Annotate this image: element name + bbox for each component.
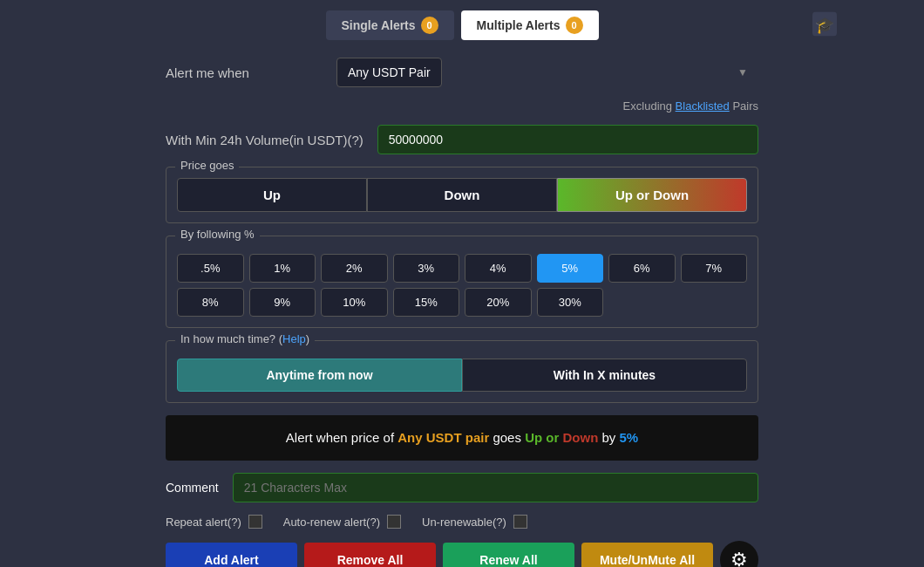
repeat-alert-label: Repeat alert(?) [166,516,241,529]
pct-btn-2[interactable]: 2% [321,254,388,283]
pairs-text: Pairs [732,99,758,113]
help-icon[interactable]: 🎓 [812,12,837,39]
pct-btn-3[interactable]: 3% [393,254,460,283]
volume-row: With Min 24h Volume(in USDT)(?) [166,125,758,154]
pct-btn-4[interactable]: 4% [465,254,532,283]
single-alerts-label: Single Alerts [342,18,416,32]
mute-button[interactable]: Mute/UnMute All [581,543,713,567]
time-group: In how much time? (Help) Anytime from no… [166,340,758,403]
svg-text:🎓: 🎓 [815,16,835,35]
header: Single Alerts 0 Multiple Alerts 0 🎓 [0,10,924,40]
checkboxes-row: Repeat alert(?) Auto-renew alert(?) Un-r… [166,515,758,529]
summary-pct: 5% [619,430,638,445]
tab-multiple-alerts[interactable]: Multiple Alerts 0 [461,10,599,40]
pct-btn-30[interactable]: 30% [537,288,604,317]
time-legend: In how much time? (Help) [175,332,315,345]
volume-input[interactable] [377,125,758,154]
alert-summary: Alert when price of Any USDT pair goes U… [166,415,758,461]
summary-up: Up or [525,430,559,445]
price-goes-group: Price goes Up Down Up or Down [166,167,758,223]
single-alerts-badge: 0 [421,17,438,34]
repeat-alert-item: Repeat alert(?) [166,515,262,529]
price-updown-button[interactable]: Up or Down [557,178,747,212]
unrenewable-label: Un-renewable(?) [422,516,506,529]
help-link[interactable]: Help [282,332,306,345]
action-row: Add Alert Remove All Renew All Mute/UnMu… [166,541,758,567]
repeat-alert-checkbox[interactable] [248,515,262,529]
pct-btn-10[interactable]: 10% [321,288,388,317]
autorenew-alert-item: Auto-renew alert(?) [283,515,401,529]
summary-prefix: Alert when price of [286,430,394,445]
multiple-alerts-label: Multiple Alerts [477,18,561,32]
pct-btn-5[interactable]: 5% [537,254,604,283]
gear-button[interactable]: ⚙ [720,541,758,567]
unrenewable-item: Un-renewable(?) [422,515,527,529]
percentage-group: By following % .5%1%2%3%4%5%6%7%8%9%10%1… [166,236,758,328]
pct-btn-9[interactable]: 9% [249,288,316,317]
pct-btn-20[interactable]: 20% [465,288,532,317]
price-down-button[interactable]: Down [367,178,557,212]
autorenew-alert-checkbox[interactable] [387,515,401,529]
alert-when-row: Alert me when Any USDT Pair Any BTC Pair… [166,58,758,87]
summary-down: Down [562,430,598,445]
volume-label: With Min 24h Volume(in USDT)(?) [166,133,363,147]
comment-input[interactable] [233,473,758,502]
price-up-button[interactable]: Up [177,178,367,212]
anytime-button[interactable]: Anytime from now [177,359,462,392]
pct-btn-1[interactable]: 1% [249,254,316,283]
pair-select[interactable]: Any USDT Pair Any BTC Pair Any ETH Pair [336,58,442,87]
autorenew-alert-label: Auto-renew alert(?) [283,516,380,529]
pct-btn-15[interactable]: 15% [393,288,460,317]
pair-select-wrapper: Any USDT Pair Any BTC Pair Any ETH Pair [336,58,758,87]
tab-single-alerts[interactable]: Single Alerts 0 [326,10,454,40]
excluding-row: Excluding Blacklisted Pairs [336,99,758,113]
comment-label: Comment [166,481,219,495]
percentage-grid: .5%1%2%3%4%5%6%7%8%9%10%15%20%30% [177,254,747,317]
gear-icon: ⚙ [730,549,748,567]
blacklisted-link[interactable]: Blacklisted [676,99,730,113]
within-button[interactable]: With In X minutes [462,359,747,392]
alert-when-label: Alert me when [166,65,323,80]
main-content: Alert me when Any USDT Pair Any BTC Pair… [166,58,758,567]
price-goes-legend: Price goes [175,159,239,172]
remove-all-button[interactable]: Remove All [304,543,436,567]
percentage-legend: By following % [175,228,260,241]
summary-goes: goes [493,430,521,445]
add-alert-button[interactable]: Add Alert [166,543,297,567]
summary-pair: Any USDT pair [397,430,489,445]
multiple-alerts-badge: 0 [566,17,583,34]
pct-btn-.5[interactable]: .5% [177,254,244,283]
price-buttons: Up Down Up or Down [177,178,747,212]
time-buttons: Anytime from now With In X minutes [177,359,747,392]
excluding-text: Excluding [623,99,672,113]
pct-btn-6[interactable]: 6% [608,254,676,283]
pct-btn-7[interactable]: 7% [681,254,748,283]
renew-all-button[interactable]: Renew All [443,543,574,567]
comment-row: Comment [166,473,758,502]
pct-btn-8[interactable]: 8% [177,288,244,317]
summary-by: by [601,430,615,445]
unrenewable-checkbox[interactable] [513,515,527,529]
